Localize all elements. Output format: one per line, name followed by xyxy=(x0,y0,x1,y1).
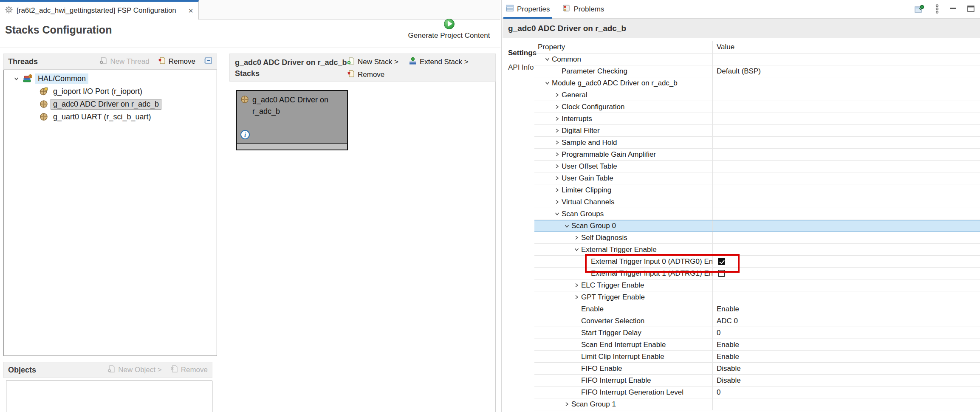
tab-fsp-configuration[interactable]: [ra6t2_adc_hwi_gettingstarted] FSP Confi… xyxy=(0,0,199,20)
collapse-panel-icon[interactable] xyxy=(204,57,212,66)
chevron-right-icon[interactable] xyxy=(562,401,571,407)
property-row[interactable]: Limit Clip Interrupt EnableEnable xyxy=(534,351,980,363)
chevron-right-icon[interactable] xyxy=(552,175,562,181)
view-menu-icon[interactable] xyxy=(935,4,939,15)
tab-properties[interactable]: Properties xyxy=(506,0,550,19)
threads-header-title: Threads xyxy=(8,57,38,66)
info-icon[interactable]: i xyxy=(240,130,250,139)
property-row[interactable]: Converter SelectionADC 0 xyxy=(534,315,980,327)
side-tab-api-info[interactable]: API Info xyxy=(503,60,532,75)
chevron-right-icon[interactable] xyxy=(552,140,562,145)
generate-project-content-button[interactable]: Generate Project Content xyxy=(402,19,496,40)
property-row[interactable]: External Trigger Input 1 (ADTRG1) En xyxy=(534,268,980,279)
property-row[interactable]: Limiter Clipping xyxy=(534,184,980,196)
side-tab-settings[interactable]: Settings xyxy=(503,46,532,60)
tab-problems[interactable]: Problems xyxy=(562,0,604,19)
remove-stack-label: Remove xyxy=(358,71,384,79)
thread-item[interactable]: g_adc0 ADC Driver on r_adc_b xyxy=(4,98,217,110)
chevron-right-icon[interactable] xyxy=(552,164,562,169)
property-row[interactable]: Sample and Hold xyxy=(534,137,980,149)
objects-list[interactable] xyxy=(6,381,212,412)
close-icon[interactable]: × xyxy=(188,6,193,15)
property-row[interactable]: FIFO EnableDisable xyxy=(534,363,980,375)
pin-view-icon[interactable] xyxy=(915,5,925,15)
chevron-right-icon[interactable] xyxy=(552,152,562,157)
property-row[interactable]: Module g_adc0 ADC Driver on r_adc_b xyxy=(534,77,980,89)
checkbox-checked[interactable] xyxy=(718,258,725,265)
property-row[interactable]: ELC Trigger Enable xyxy=(534,279,980,291)
maximize-icon[interactable] xyxy=(967,6,975,14)
chevron-right-icon[interactable] xyxy=(552,104,562,110)
thread-item[interactable]: g_ioport I/O Port (r_ioport) xyxy=(4,85,217,98)
property-row[interactable]: Interrupts xyxy=(534,113,980,125)
property-label: Clock Configuration xyxy=(562,103,624,111)
chevron-right-icon[interactable] xyxy=(552,92,562,98)
remove-thread-button[interactable]: Remove xyxy=(158,56,195,67)
new-thread-button[interactable]: New Thread xyxy=(99,56,149,67)
properties-header: g_adc0 ADC Driver on r_adc_b xyxy=(503,19,980,38)
property-row[interactable]: External Trigger Input 0 (ADTRG0) En xyxy=(534,256,980,268)
stacks-canvas[interactable]: g_adc0 ADC Driver on r_adc_b i xyxy=(229,82,496,412)
thread-item[interactable]: g_uart0 UART (r_sci_b_uart) xyxy=(4,110,217,123)
chevron-right-icon[interactable] xyxy=(552,187,562,193)
property-row[interactable]: FIFO Interrupt Generation Level0 xyxy=(534,387,980,398)
thread-item[interactable]: HAL/Common xyxy=(4,72,217,85)
property-row[interactable]: Virtual Channels xyxy=(534,196,980,208)
thread-item-label: HAL/Common xyxy=(35,73,88,84)
property-row[interactable]: Scan Group 0 xyxy=(534,220,980,232)
chevron-down-icon[interactable] xyxy=(572,247,581,252)
property-row[interactable]: Start Trigger Delay0 xyxy=(534,327,980,339)
property-row[interactable]: Self Diagnosis xyxy=(534,232,980,244)
chevron-down-icon[interactable] xyxy=(562,223,571,229)
stack-card-footer xyxy=(237,143,347,150)
chevron-right-icon[interactable] xyxy=(572,282,581,288)
chevron-down-icon[interactable] xyxy=(552,211,562,217)
app-window: [ra6t2_adc_hwi_gettingstarted] FSP Confi… xyxy=(0,0,980,412)
new-object-button[interactable]: New Object > xyxy=(107,365,162,375)
chevron-right-icon[interactable] xyxy=(572,294,581,300)
property-row[interactable]: User Offset Table xyxy=(534,161,980,172)
remove-stack-button[interactable]: Remove xyxy=(347,70,384,80)
chevron-right-icon[interactable] xyxy=(552,199,562,205)
stacks-panel-header: g_adc0 ADC Driver on r_adc_b Stacks New … xyxy=(229,54,496,82)
property-row[interactable]: External Trigger Enable xyxy=(534,244,980,256)
play-icon xyxy=(444,19,455,29)
property-row[interactable]: General xyxy=(534,89,980,101)
editor-view-divider[interactable] xyxy=(501,0,502,412)
property-row[interactable]: Digital Filter xyxy=(534,125,980,137)
stacks-panel-title: g_adc0 ADC Driver on r_adc_b Stacks xyxy=(235,57,347,79)
property-row[interactable]: GPT Trigger Enable xyxy=(534,291,980,303)
property-row[interactable]: Common xyxy=(534,54,980,65)
chevron-right-icon[interactable] xyxy=(552,128,562,133)
new-document-icon xyxy=(99,56,107,67)
property-label: Module g_adc0 ADC Driver on r_adc_b xyxy=(552,79,678,87)
property-row[interactable]: EnableEnable xyxy=(534,303,980,315)
property-row[interactable]: User Gain Table xyxy=(534,172,980,184)
property-value: Disable xyxy=(713,363,980,374)
stack-card-adc[interactable]: g_adc0 ADC Driver on r_adc_b i xyxy=(236,90,348,150)
chevron-right-icon[interactable] xyxy=(552,116,562,121)
property-row[interactable]: Scan Groups xyxy=(534,208,980,220)
property-row[interactable]: Scan End Interrupt EnableEnable xyxy=(534,339,980,351)
property-row[interactable]: Clock Configuration xyxy=(534,101,980,113)
chevron-down-icon[interactable] xyxy=(542,80,552,86)
checkbox-unchecked[interactable] xyxy=(718,270,725,277)
hal-common-icon xyxy=(23,74,33,83)
new-stack-button[interactable]: New Stack > xyxy=(347,57,398,67)
property-label: General xyxy=(562,91,587,99)
extend-stack-button[interactable]: Extend Stack > xyxy=(409,57,469,67)
objects-panel-header: Objects New Object > Remove xyxy=(3,362,212,378)
property-row[interactable]: Scan Group 1 xyxy=(534,398,980,410)
property-row[interactable]: FIFO Interrupt EnableDisable xyxy=(534,375,980,387)
chevron-right-icon[interactable] xyxy=(572,235,581,240)
remove-object-button[interactable]: Remove xyxy=(170,365,208,375)
property-row[interactable]: Programmable Gain Amplifier xyxy=(534,149,980,161)
page-title: Stacks Configuration xyxy=(5,24,112,36)
stacks-title-line2: Stacks xyxy=(235,68,347,79)
minimize-icon[interactable] xyxy=(949,6,957,14)
property-row[interactable]: Parameter CheckingDefault (BSP) xyxy=(534,65,980,77)
property-value: Enable xyxy=(713,351,980,362)
new-document-icon xyxy=(107,365,116,375)
chevron-down-icon[interactable] xyxy=(12,76,20,82)
chevron-down-icon[interactable] xyxy=(542,56,552,62)
